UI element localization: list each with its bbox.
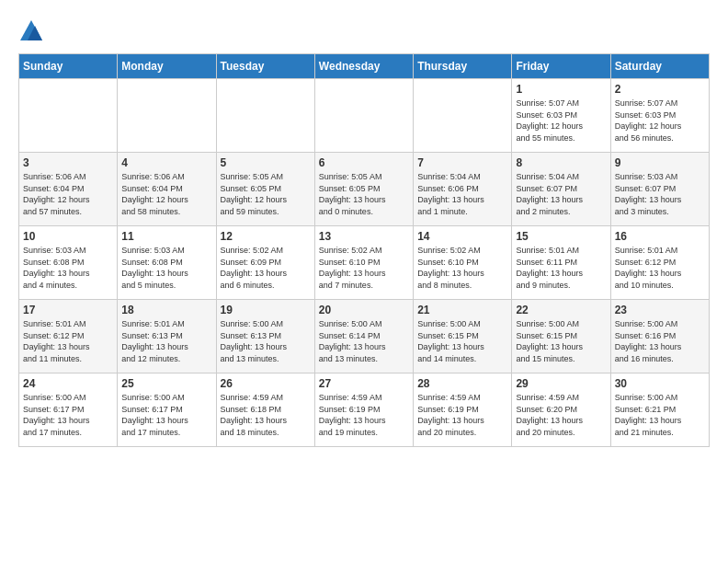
day-info: Sunrise: 5:07 AM Sunset: 6:03 PM Dayligh… — [615, 98, 705, 144]
day-number: 23 — [615, 304, 705, 316]
calendar-cell: 8Sunrise: 5:04 AM Sunset: 6:07 PM Daylig… — [512, 153, 610, 226]
calendar-cell: 23Sunrise: 5:00 AM Sunset: 6:16 PM Dayli… — [610, 300, 709, 373]
header-saturday: Saturday — [610, 54, 709, 79]
day-info: Sunrise: 5:02 AM Sunset: 6:09 PM Dayligh… — [221, 245, 311, 291]
day-number: 22 — [516, 304, 606, 316]
day-number: 16 — [615, 230, 705, 243]
day-number: 10 — [23, 230, 113, 243]
day-info: Sunrise: 5:00 AM Sunset: 6:21 PM Dayligh… — [615, 392, 705, 438]
calendar-cell: 6Sunrise: 5:05 AM Sunset: 6:05 PM Daylig… — [314, 153, 413, 226]
calendar-cell: 11Sunrise: 5:03 AM Sunset: 6:08 PM Dayli… — [118, 226, 216, 300]
day-number: 4 — [121, 156, 211, 169]
calendar-cell: 26Sunrise: 4:59 AM Sunset: 6:18 PM Dayli… — [216, 373, 314, 447]
header-monday: Monday — [118, 54, 216, 79]
day-number: 9 — [615, 156, 705, 169]
day-info: Sunrise: 5:02 AM Sunset: 6:10 PM Dayligh… — [417, 245, 507, 291]
calendar-cell: 28Sunrise: 4:59 AM Sunset: 6:19 PM Dayli… — [414, 373, 512, 447]
calendar-week-4: 17Sunrise: 5:01 AM Sunset: 6:12 PM Dayli… — [19, 300, 710, 373]
calendar-cell: 7Sunrise: 5:04 AM Sunset: 6:06 PM Daylig… — [414, 153, 512, 226]
logo — [18, 18, 48, 44]
day-info: Sunrise: 5:04 AM Sunset: 6:07 PM Dayligh… — [516, 171, 606, 217]
day-info: Sunrise: 5:01 AM Sunset: 6:13 PM Dayligh… — [121, 318, 211, 364]
day-number: 11 — [121, 230, 211, 243]
logo-icon — [18, 18, 44, 44]
day-number: 30 — [615, 377, 705, 390]
day-info: Sunrise: 5:00 AM Sunset: 6:15 PM Dayligh… — [516, 318, 606, 364]
calendar-week-2: 3Sunrise: 5:06 AM Sunset: 6:04 PM Daylig… — [19, 153, 710, 226]
day-info: Sunrise: 5:07 AM Sunset: 6:03 PM Dayligh… — [516, 98, 606, 144]
day-info: Sunrise: 5:00 AM Sunset: 6:14 PM Dayligh… — [319, 318, 409, 364]
calendar-cell: 1Sunrise: 5:07 AM Sunset: 6:03 PM Daylig… — [512, 79, 610, 153]
day-number: 24 — [23, 377, 113, 390]
calendar-cell: 5Sunrise: 5:05 AM Sunset: 6:05 PM Daylig… — [216, 153, 314, 226]
day-info: Sunrise: 5:06 AM Sunset: 6:04 PM Dayligh… — [23, 171, 113, 217]
day-number: 2 — [615, 83, 705, 96]
header-sunday: Sunday — [19, 54, 118, 79]
day-info: Sunrise: 5:01 AM Sunset: 6:12 PM Dayligh… — [23, 318, 113, 364]
calendar-cell — [216, 79, 314, 153]
day-info: Sunrise: 5:00 AM Sunset: 6:16 PM Dayligh… — [615, 318, 705, 364]
day-info: Sunrise: 5:00 AM Sunset: 6:13 PM Dayligh… — [221, 318, 311, 364]
calendar-cell — [414, 79, 512, 153]
day-number: 21 — [417, 304, 507, 316]
calendar-cell: 17Sunrise: 5:01 AM Sunset: 6:12 PM Dayli… — [19, 300, 118, 373]
day-info: Sunrise: 5:02 AM Sunset: 6:10 PM Dayligh… — [319, 245, 409, 291]
day-number: 28 — [417, 377, 507, 390]
day-info: Sunrise: 5:06 AM Sunset: 6:04 PM Dayligh… — [121, 171, 211, 217]
calendar-table: SundayMondayTuesdayWednesdayThursdayFrid… — [18, 53, 710, 447]
day-number: 12 — [221, 230, 311, 243]
calendar-header-row: SundayMondayTuesdayWednesdayThursdayFrid… — [19, 54, 710, 79]
day-number: 8 — [516, 156, 606, 169]
day-number: 25 — [121, 377, 211, 390]
calendar-week-1: 1Sunrise: 5:07 AM Sunset: 6:03 PM Daylig… — [19, 79, 710, 153]
day-number: 13 — [319, 230, 409, 243]
day-number: 26 — [221, 377, 311, 390]
header-wednesday: Wednesday — [314, 54, 413, 79]
day-info: Sunrise: 5:04 AM Sunset: 6:06 PM Dayligh… — [417, 171, 507, 217]
day-info: Sunrise: 5:01 AM Sunset: 6:11 PM Dayligh… — [516, 245, 606, 291]
day-number: 3 — [23, 156, 113, 169]
day-number: 14 — [417, 230, 507, 243]
day-info: Sunrise: 5:00 AM Sunset: 6:15 PM Dayligh… — [417, 318, 507, 364]
header-tuesday: Tuesday — [216, 54, 314, 79]
day-info: Sunrise: 5:03 AM Sunset: 6:07 PM Dayligh… — [615, 171, 705, 217]
day-number: 27 — [319, 377, 409, 390]
day-info: Sunrise: 4:59 AM Sunset: 6:19 PM Dayligh… — [319, 392, 409, 438]
day-number: 6 — [319, 156, 409, 169]
day-number: 17 — [23, 304, 113, 316]
day-number: 7 — [417, 156, 507, 169]
calendar-week-3: 10Sunrise: 5:03 AM Sunset: 6:08 PM Dayli… — [19, 226, 710, 300]
calendar-cell: 9Sunrise: 5:03 AM Sunset: 6:07 PM Daylig… — [610, 153, 709, 226]
calendar-cell: 16Sunrise: 5:01 AM Sunset: 6:12 PM Dayli… — [610, 226, 709, 300]
calendar-week-5: 24Sunrise: 5:00 AM Sunset: 6:17 PM Dayli… — [19, 373, 710, 447]
calendar-cell: 4Sunrise: 5:06 AM Sunset: 6:04 PM Daylig… — [118, 153, 216, 226]
calendar-cell: 24Sunrise: 5:00 AM Sunset: 6:17 PM Dayli… — [19, 373, 118, 447]
day-info: Sunrise: 5:05 AM Sunset: 6:05 PM Dayligh… — [319, 171, 409, 217]
day-info: Sunrise: 4:59 AM Sunset: 6:20 PM Dayligh… — [516, 392, 606, 438]
calendar-cell: 27Sunrise: 4:59 AM Sunset: 6:19 PM Dayli… — [314, 373, 413, 447]
calendar-cell — [19, 79, 118, 153]
day-info: Sunrise: 4:59 AM Sunset: 6:18 PM Dayligh… — [221, 392, 311, 438]
calendar-cell: 13Sunrise: 5:02 AM Sunset: 6:10 PM Dayli… — [314, 226, 413, 300]
day-number: 1 — [516, 83, 606, 96]
calendar-cell: 18Sunrise: 5:01 AM Sunset: 6:13 PM Dayli… — [118, 300, 216, 373]
day-number: 15 — [516, 230, 606, 243]
calendar-cell: 21Sunrise: 5:00 AM Sunset: 6:15 PM Dayli… — [414, 300, 512, 373]
calendar-cell: 10Sunrise: 5:03 AM Sunset: 6:08 PM Dayli… — [19, 226, 118, 300]
calendar-cell: 3Sunrise: 5:06 AM Sunset: 6:04 PM Daylig… — [19, 153, 118, 226]
day-info: Sunrise: 5:05 AM Sunset: 6:05 PM Dayligh… — [221, 171, 311, 217]
day-number: 19 — [221, 304, 311, 316]
header-thursday: Thursday — [414, 54, 512, 79]
calendar-cell: 12Sunrise: 5:02 AM Sunset: 6:09 PM Dayli… — [216, 226, 314, 300]
calendar-cell: 30Sunrise: 5:00 AM Sunset: 6:21 PM Dayli… — [610, 373, 709, 447]
day-info: Sunrise: 4:59 AM Sunset: 6:19 PM Dayligh… — [417, 392, 507, 438]
calendar-cell — [314, 79, 413, 153]
day-number: 29 — [516, 377, 606, 390]
day-info: Sunrise: 5:01 AM Sunset: 6:12 PM Dayligh… — [615, 245, 705, 291]
day-number: 18 — [121, 304, 211, 316]
calendar-cell: 19Sunrise: 5:00 AM Sunset: 6:13 PM Dayli… — [216, 300, 314, 373]
day-number: 5 — [221, 156, 311, 169]
day-info: Sunrise: 5:00 AM Sunset: 6:17 PM Dayligh… — [23, 392, 113, 438]
calendar-cell: 15Sunrise: 5:01 AM Sunset: 6:11 PM Dayli… — [512, 226, 610, 300]
calendar-cell: 20Sunrise: 5:00 AM Sunset: 6:14 PM Dayli… — [314, 300, 413, 373]
